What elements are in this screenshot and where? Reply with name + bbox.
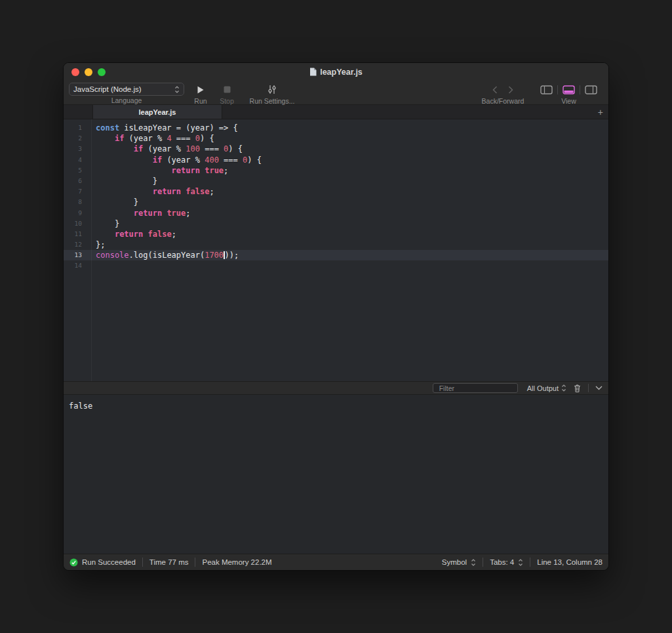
check-circle-icon [69,558,78,567]
console-toolbar: All Output [64,381,608,395]
view-divider [557,85,558,94]
cursor-position[interactable]: Line 13, Column 28 [537,558,603,566]
code-line[interactable]: 12}; [64,239,608,250]
code-line-text: if (year % 100 === 0) { [91,144,243,154]
line-number: 3 [64,144,91,154]
run-group: Run [188,83,213,105]
view-label: View [561,97,576,105]
tab-bar: leapYear.js + [64,105,608,119]
line-number: 10 [64,218,91,229]
code-line[interactable]: 14 [64,260,608,271]
symbol-select[interactable]: Symbol [442,558,476,566]
collapse-console-button[interactable] [595,386,603,390]
code-line-text: } [91,176,157,186]
code-line-text: return false; [91,186,214,197]
code-line-text: return false; [91,229,176,239]
line-number: 2 [64,133,91,144]
code-line-text: }; [91,239,105,250]
run-icon[interactable] [197,85,205,94]
code-line[interactable]: 8 } [64,197,608,207]
run-settings-label: Run Settings... [250,97,295,105]
line-number: 14 [64,260,91,271]
code-line[interactable]: 3 if (year % 100 === 0) { [64,144,608,154]
code-lines: 1const isLeapYear = (year) => {2 if (yea… [64,123,608,272]
code-line[interactable]: 5 return true; [64,165,608,176]
code-line[interactable]: 7 return false; [64,186,608,197]
view-right-panel-icon[interactable] [585,85,597,94]
code-line[interactable]: 1const isLeapYear = (year) => { [64,123,608,133]
code-line-text: } [91,218,119,229]
back-icon[interactable] [492,86,498,94]
statusbar-divider [530,558,530,567]
language-select-value: JavaScript (Node.js) [73,85,142,93]
select-updown-icon [518,559,523,566]
code-line[interactable]: 6 } [64,176,608,186]
run-settings-group: Run Settings... [242,83,302,105]
window-title: leapYear.js [320,68,363,77]
code-line-text: console.log(isLeapYear(1700)); [91,250,239,260]
code-line-text: const isLeapYear = (year) => { [91,123,238,133]
clear-console-button[interactable] [573,384,582,393]
tabs-size-select[interactable]: Tabs: 4 [490,558,523,566]
statusbar-divider [142,558,143,567]
line-number: 13 [64,250,91,260]
statusbar-divider [195,558,195,567]
window-titlebar[interactable]: leapYear.js [64,63,608,81]
output-filter-select[interactable]: All Output [527,384,566,392]
language-group: JavaScript (Node.js) Language [69,83,184,104]
line-number: 4 [64,155,91,165]
filter-field[interactable] [433,383,518,393]
stop-group: Stop [214,83,239,105]
code-line-text [91,260,96,271]
line-number: 12 [64,239,91,250]
run-label: Run [194,97,207,105]
language-label: Language [111,96,142,104]
filter-input[interactable] [439,384,528,392]
window-title-group: leapYear.js [64,63,608,81]
symbol-label: Symbol [442,558,467,566]
run-settings-icon[interactable] [267,85,277,94]
console-output-text: false [69,401,92,411]
peak-memory: Peak Memory 22.2M [202,558,271,566]
run-status-text: Run Succeeded [82,558,136,566]
tab-label: leapYear.js [139,108,176,116]
view-group: View [534,83,603,105]
back-forward-group: Back/Forward [473,83,532,105]
code-line-text: return true; [91,165,228,176]
line-number: 7 [64,186,91,197]
document-icon [309,68,317,76]
forward-icon[interactable] [508,86,513,94]
console-toolbar-divider [588,384,589,392]
run-status: Run Succeeded [69,558,136,567]
code-line-text: return true; [91,208,191,218]
view-bottom-panel-icon[interactable] [563,85,575,94]
language-select[interactable]: JavaScript (Node.js) [69,83,184,96]
line-number: 8 [64,197,91,207]
code-line[interactable]: 11 return false; [64,229,608,239]
code-line[interactable]: 2 if (year % 4 === 0) { [64,133,608,144]
line-number: 1 [64,123,91,133]
code-line-text: if (year % 400 === 0) { [91,155,262,165]
stop-icon[interactable] [224,86,231,93]
code-line[interactable]: 9 return true; [64,208,608,218]
run-time: Time 77 ms [149,558,189,566]
line-number: 11 [64,229,91,239]
view-left-panel-icon[interactable] [540,85,553,94]
back-forward-label: Back/Forward [482,97,524,105]
stop-label: Stop [220,97,234,105]
code-line[interactable]: 10 } [64,218,608,229]
toolbar: JavaScript (Node.js) Language Run Stop [64,81,608,105]
code-line[interactable]: 13console.log(isLeapYear(1700)); [64,250,608,260]
tab-leapyear-js[interactable]: leapYear.js [92,105,222,119]
line-number: 9 [64,208,91,218]
gutter-divider [91,119,92,381]
console-output[interactable]: false [64,395,608,554]
tabs-size-label: Tabs: 4 [490,558,514,566]
code-line-text: if (year % 4 === 0) { [91,133,214,144]
add-tab-button[interactable]: + [598,105,603,119]
code-editor[interactable]: 1const isLeapYear = (year) => {2 if (yea… [64,119,608,381]
output-filter-value: All Output [527,384,559,392]
coderunner-window: leapYear.js JavaScript (Node.js) Languag… [63,62,609,571]
select-updown-icon [471,559,476,566]
code-line[interactable]: 4 if (year % 400 === 0) { [64,155,608,165]
